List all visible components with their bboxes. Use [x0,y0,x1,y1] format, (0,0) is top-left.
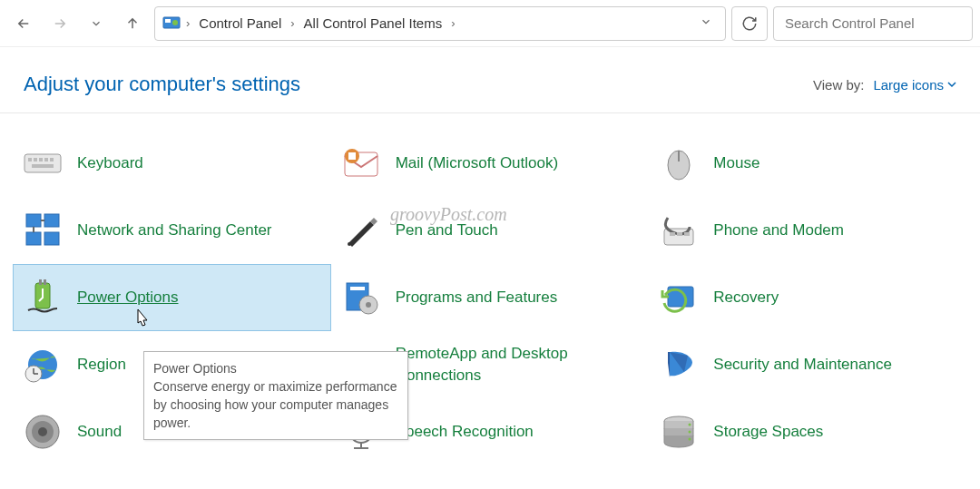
view-by: View by: Large icons [813,77,956,93]
control-panel-item-power[interactable]: Power Options [13,264,331,331]
control-panel-item-mail[interactable]: Mail (Microsoft Outlook) [331,130,650,197]
item-label: Sound [77,421,122,443]
mouse-icon [659,143,699,183]
dropdown-caret-icon [947,80,956,89]
region-icon [23,345,63,385]
item-label: Recovery [713,287,779,308]
item-label: RemoteApp and Desktop Connections [396,343,632,386]
svg-point-2 [172,20,178,25]
control-panel-item-keyboard[interactable]: Keyboard [13,130,331,197]
network-icon [23,210,63,250]
back-button[interactable] [7,7,40,40]
address-bar[interactable]: › Control Panel › All Control Panel Item… [154,6,726,41]
arrow-left-icon [15,15,32,32]
control-panel-item-phone[interactable]: Phone and Modem [649,197,967,264]
chevron-right-icon: › [449,16,456,30]
chevron-down-icon [700,15,712,28]
programs-icon [341,278,381,318]
view-by-selector[interactable]: Large icons [873,77,956,93]
item-label: Region [77,354,126,376]
item-label: Security and Maintenance [713,354,892,376]
item-label: Mouse [713,152,760,174]
breadcrumb-item[interactable]: All Control Panel Items [300,14,446,33]
up-button[interactable] [116,7,149,40]
item-label: Phone and Modem [713,220,844,241]
page-title: Adjust your computer's settings [24,73,300,96]
chevron-right-icon: › [289,16,296,30]
item-label: Pen and Touch [396,220,498,241]
control-panel-item-network[interactable]: Network and Sharing Center [13,197,331,264]
forward-button[interactable] [44,7,76,40]
nav-buttons [7,7,149,40]
arrow-up-icon [124,15,141,32]
control-panel-item-storage[interactable]: Storage Spaces [649,398,967,465]
page-header: Adjust your computer's settings View by:… [0,47,980,113]
control-panel-item-recovery[interactable]: Recovery [649,264,967,331]
item-label: Storage Spaces [713,421,823,443]
item-label: Mail (Microsoft Outlook) [396,152,558,174]
cursor-icon [132,308,152,334]
tooltip: Power Options Conserve energy or maximiz… [143,351,408,440]
view-by-label: View by: [813,77,864,93]
chevron-down-icon [90,17,103,30]
search-input[interactable] [773,6,973,41]
recovery-icon [659,278,699,318]
items-area: groovyPost.com KeyboardMail (Microsoft O… [0,113,980,482]
mail-icon [341,143,381,183]
keyboard-icon [23,143,63,183]
toolbar: › Control Panel › All Control Panel Item… [0,0,980,47]
view-by-value: Large icons [873,77,944,93]
item-label: Programs and Features [396,287,558,308]
phone-icon [659,210,699,250]
tooltip-body: Conserve energy or maximize performance … [153,377,398,432]
power-icon [23,278,63,318]
item-label: Power Options [77,287,179,308]
recent-button[interactable] [80,7,113,40]
control-panel-icon [162,15,181,33]
security-icon [659,345,699,385]
control-panel-item-programs[interactable]: Programs and Features [331,264,650,331]
storage-icon [659,412,699,452]
control-panel-item-pen[interactable]: Pen and Touch [331,197,650,264]
item-label: Keyboard [77,152,143,174]
tooltip-title: Power Options [153,359,398,377]
address-history-button[interactable] [694,12,718,34]
arrow-right-icon [52,15,68,32]
control-panel-item-security[interactable]: Security and Maintenance [649,331,967,398]
control-panel-item-mouse[interactable]: Mouse [649,130,967,197]
item-label: Speech Recognition [396,421,534,443]
sound-icon [23,412,63,452]
svg-rect-1 [165,19,171,23]
breadcrumb-item[interactable]: Control Panel [195,14,285,33]
refresh-icon [741,15,758,32]
refresh-button[interactable] [731,6,768,41]
pen-icon [341,210,381,250]
item-label: Network and Sharing Center [77,220,272,241]
chevron-right-icon: › [184,16,191,30]
